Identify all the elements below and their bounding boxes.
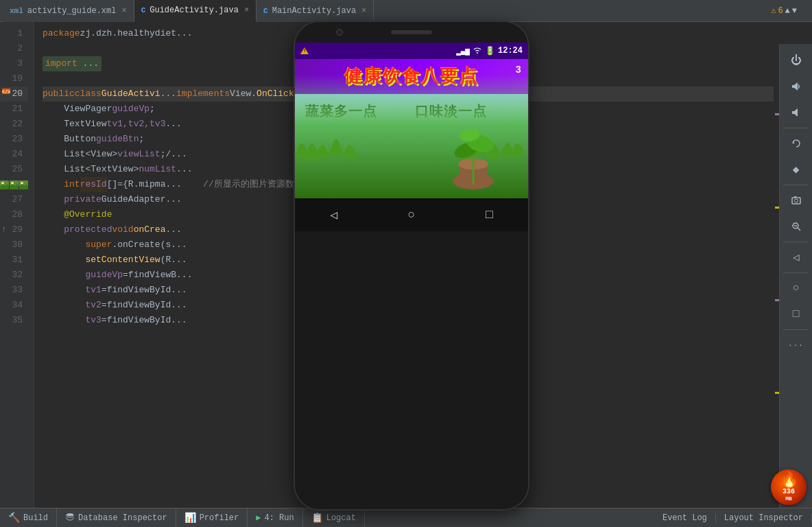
- line-num-24: 24: [0, 147, 28, 162]
- database-inspector-tool-window[interactable]: Database Inspector: [57, 508, 176, 527]
- arrow-gutter-icon: ↑: [1, 222, 7, 237]
- separator-4: [783, 272, 809, 273]
- more-options-button[interactable]: ···: [784, 333, 809, 358]
- page-indicator: 3: [516, 65, 521, 75]
- tab-main-java[interactable]: C MainActivity.java ×: [256, 0, 374, 22]
- phone-back-button[interactable]: ◁: [330, 207, 337, 222]
- logcat-tool-window[interactable]: 📋 Logcat: [303, 508, 365, 527]
- line-num-32: 32: [0, 268, 28, 283]
- code-icon: </>: [1, 86, 11, 102]
- database-icon: [65, 512, 75, 524]
- java-file-icon-guide: C: [141, 6, 146, 14]
- run-tool-window[interactable]: ▶ 4: Run: [248, 508, 302, 527]
- tab-xml[interactable]: xml activity_guide.xml ×: [3, 0, 134, 22]
- line-num-33: 33: [0, 283, 28, 298]
- run-label: 4: Run: [264, 513, 294, 523]
- profiler-icon: 📊: [184, 512, 196, 524]
- tab-guide-label: GuideActivity.java: [150, 5, 239, 15]
- logcat-label: Logcat: [326, 513, 356, 523]
- signal-icon: ▂▄▆: [456, 47, 470, 56]
- line-num-1: 1: [0, 26, 28, 41]
- separator-1: [783, 128, 809, 128]
- layout-inspector-label: Layout Inspector: [724, 513, 803, 523]
- event-log-tool-window[interactable]: Event Log: [654, 513, 716, 523]
- line-num-22: 22: [0, 117, 28, 132]
- phone-status-bar: ! ▂▄▆ 🔋 12:24: [295, 43, 528, 59]
- battery-icon: 🔋: [485, 46, 495, 56]
- svg-rect-11: [794, 196, 796, 198]
- line-num-25: 25: [0, 162, 28, 177]
- fold-button[interactable]: ◆: [784, 157, 809, 182]
- layout-inspector-tool-window[interactable]: Layout Inspector: [716, 513, 812, 523]
- warning-up-arrow[interactable]: ▲: [785, 6, 790, 16]
- alert-triangle-icon: !: [300, 47, 309, 54]
- java-file-icon-main: C: [263, 7, 268, 15]
- device-controls-sidebar: ⏻ ◆ ◁ ○ □ ···: [779, 44, 812, 508]
- time-display: 12:24: [498, 46, 523, 56]
- rotate-button[interactable]: [784, 131, 809, 156]
- screenshot-button[interactable]: [784, 188, 809, 213]
- wifi-icon: [473, 46, 482, 56]
- warning-number: 6: [778, 6, 783, 16]
- warning-icon: ⚠: [771, 5, 776, 16]
- memory-indicator[interactable]: 🔥 336 MB: [771, 469, 807, 505]
- separator-2: [783, 185, 809, 185]
- svg-point-23: [67, 513, 73, 516]
- separator-5: [783, 329, 809, 330]
- home-nav-button[interactable]: ○: [784, 276, 809, 301]
- power-button[interactable]: ⏻: [784, 48, 809, 73]
- phone-top-bar: [295, 22, 528, 43]
- tab-guide-java[interactable]: C GuideActivity.java ×: [134, 0, 256, 22]
- line-num-2: 2: [0, 41, 28, 56]
- phone-nav-bar[interactable]: ◁ ○ □: [295, 198, 528, 231]
- scrollbar-marks: [774, 44, 779, 508]
- tab-xml-label: activity_guide.xml: [27, 6, 117, 16]
- line-num-27: 27: [0, 192, 28, 207]
- build-label: Build: [23, 513, 48, 523]
- phone-camera: [336, 29, 343, 36]
- svg-text:</>: </>: [2, 89, 11, 95]
- run-icon: ▶: [256, 513, 261, 523]
- app-content: 3 健康饮食八要点 蔬菜多一点 口味淡一点 品种多一点 饮食热一点 饭要稀一点 …: [295, 59, 528, 198]
- build-tool-window[interactable]: 🔨 Build: [0, 508, 57, 527]
- profiler-tool-window[interactable]: 📊 Profiler: [176, 508, 248, 527]
- line-num-30: 30: [0, 237, 28, 253]
- event-log-label: Event Log: [662, 513, 707, 523]
- line-num-26: 26: [0, 177, 28, 192]
- phone-overlay: ! ▂▄▆ 🔋 12:24 3: [295, 22, 528, 509]
- volume-down-button[interactable]: [784, 100, 809, 125]
- separator-3: [783, 242, 809, 242]
- line-num-3: 3: [0, 56, 28, 71]
- phone-bottom: [295, 489, 528, 509]
- phone-recents-button[interactable]: □: [486, 208, 493, 222]
- back-nav-button[interactable]: ◁: [784, 245, 809, 270]
- recents-nav-button[interactable]: □: [784, 302, 809, 327]
- memory-flame-icon: 🔥: [780, 473, 798, 489]
- tab-guide-close[interactable]: ×: [244, 5, 249, 15]
- line-num-21: 21: [0, 102, 28, 117]
- volume-up-button[interactable]: [784, 74, 809, 99]
- xml-file-icon: xml: [10, 7, 23, 15]
- memory-unit: MB: [785, 495, 792, 502]
- phone-speaker: [391, 30, 432, 34]
- svg-line-13: [798, 228, 800, 231]
- line-num-19: 19: [0, 71, 28, 86]
- status-bar: 🔨 Build Database Inspector 📊 Profiler ▶ …: [0, 508, 812, 527]
- phone-home-button[interactable]: ○: [408, 208, 416, 222]
- status-bar-right: Event Log Layout Inspector: [654, 513, 812, 523]
- warning-count[interactable]: ⚠ 6 ▲ ▼: [764, 5, 804, 16]
- warning-down-arrow[interactable]: ▼: [792, 6, 797, 16]
- grass-decoration: [295, 75, 528, 198]
- line-num-20: </> 20: [0, 86, 28, 102]
- line-num-23: 23: [0, 132, 28, 147]
- profiler-label: Profiler: [200, 513, 239, 523]
- image-gutter-icons: [0, 180, 28, 189]
- phone-screen[interactable]: ! ▂▄▆ 🔋 12:24 3: [295, 43, 528, 489]
- memory-value: 336: [783, 489, 795, 495]
- tab-xml-close[interactable]: ×: [121, 6, 126, 16]
- zoom-button[interactable]: [784, 214, 809, 239]
- tab-main-close[interactable]: ×: [361, 6, 366, 16]
- phone-body: ! ▂▄▆ 🔋 12:24 3: [295, 22, 528, 509]
- svg-point-10: [794, 199, 798, 202]
- line-num-28: 28: [0, 207, 28, 222]
